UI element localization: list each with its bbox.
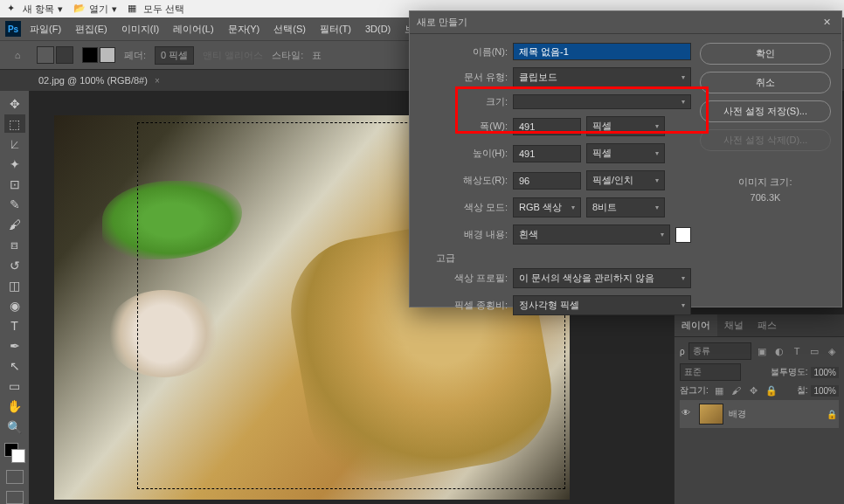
open-button[interactable]: 📂 열기 ▾ (73, 3, 117, 16)
fg-swatch[interactable] (82, 47, 98, 63)
lock-pixels-icon[interactable]: 🖌 (730, 384, 744, 397)
menu-filter[interactable]: 필터(T) (315, 20, 356, 38)
visibility-icon[interactable]: 👁 (681, 408, 694, 420)
open-label: 열기 (89, 3, 108, 16)
pixel-aspect-select[interactable]: 정사각형 픽셀 (513, 295, 691, 315)
menu-image[interactable]: 이미지(I) (116, 20, 164, 38)
antialias-label: 앤티 앨리어스 (203, 49, 263, 62)
gradient-tool[interactable]: ◫ (4, 276, 25, 294)
magic-wand-tool[interactable]: ✦ (4, 155, 25, 173)
clone-tool[interactable]: ⧈ (4, 236, 25, 254)
fill-value[interactable]: 100% (811, 385, 839, 397)
lock-position-icon[interactable]: ✥ (747, 384, 761, 397)
new-item-label: 새 항목 (23, 3, 54, 16)
delete-preset-button: 사전 설정 삭제(D)... (700, 129, 831, 151)
layer-name[interactable]: 배경 (729, 408, 746, 420)
filter-adjust-icon[interactable]: ◐ (772, 345, 786, 357)
layer-thumbnail[interactable] (699, 404, 723, 425)
quick-mask-toggle[interactable] (6, 470, 24, 483)
ok-button[interactable]: 확인 (700, 43, 831, 65)
style-label: 스타일: (272, 49, 303, 62)
feather-value[interactable]: 0 픽셀 (155, 46, 194, 65)
brush-tool[interactable]: 🖌 (4, 216, 25, 234)
marquee-mode-new[interactable] (37, 46, 54, 64)
color-mode-label: 색상 모드: (420, 201, 508, 214)
name-input[interactable] (513, 43, 691, 60)
toolbox: ✥ ⬚ ⟀ ✦ ⊡ ✎ 🖌 ⧈ ↺ ◫ ◉ T ✒ ↖ ▭ ✋ 🔍 (0, 91, 30, 504)
size-select[interactable] (513, 94, 691, 109)
layer-row-background[interactable]: 👁 배경 🔒 (680, 400, 839, 428)
new-document-dialog: 새로 만들기 ✕ 이름(N): 문서 유형: 클립보드 크기: 폭(W): 픽셀 (409, 10, 842, 307)
layer-kind-filter[interactable]: 종류 (688, 342, 751, 360)
lock-transparency-icon[interactable]: ▦ (712, 384, 726, 397)
name-label: 이름(N): (420, 45, 508, 59)
save-preset-button[interactable]: 사전 설정 저장(S)... (700, 100, 831, 122)
opacity-value[interactable]: 100% (811, 367, 839, 378)
blend-mode-select[interactable]: 표준 (680, 363, 741, 381)
height-unit-select[interactable]: 픽셀 (586, 143, 665, 163)
eyedropper-tool[interactable]: ✎ (4, 196, 25, 214)
bit-depth-select[interactable]: 8비트 (586, 197, 665, 217)
filter-shape-icon[interactable]: ▭ (807, 345, 821, 357)
menu-select[interactable]: 선택(S) (268, 20, 311, 38)
tab-close-icon[interactable]: × (155, 76, 160, 86)
crop-tool[interactable]: ⊡ (4, 176, 25, 194)
path-tool[interactable]: ↖ (4, 357, 25, 376)
cancel-button[interactable]: 취소 (700, 72, 831, 93)
lock-label: 잠그기: (680, 384, 709, 397)
resolution-input[interactable] (513, 172, 581, 190)
menu-layer[interactable]: 레이어(L) (168, 20, 218, 38)
image-size-label: 이미지 크기: (700, 176, 831, 189)
filter-smart-icon[interactable]: ◈ (825, 345, 839, 357)
home-icon[interactable]: ⌂ (7, 46, 28, 64)
open-icon: 📂 (73, 3, 86, 15)
pen-tool[interactable]: ✒ (4, 337, 25, 356)
lasso-tool[interactable]: ⟀ (4, 135, 25, 153)
tab-title: 02.jpg @ 100% (RGB/8#) (38, 75, 148, 86)
shape-tool[interactable]: ▭ (4, 377, 25, 396)
style-value[interactable]: 표 (312, 49, 322, 62)
type-tool[interactable]: T (4, 316, 25, 335)
select-all-button[interactable]: ▦ 모두 선택 (128, 3, 184, 16)
doc-type-label: 문서 유형: (420, 71, 508, 84)
zoom-tool[interactable]: 🔍 (4, 418, 25, 436)
resolution-unit-select[interactable]: 픽셀/인치 (586, 170, 665, 190)
height-label: 높이(H): (420, 147, 508, 160)
menu-edit[interactable]: 편집(E) (70, 20, 113, 38)
history-brush-tool[interactable]: ↺ (4, 256, 25, 274)
opacity-label: 불투명도: (771, 366, 808, 378)
marquee-mode-add[interactable] (56, 46, 73, 64)
fg-bg-swatches[interactable] (4, 443, 25, 463)
bg-content-select[interactable]: 흰색 (513, 224, 670, 245)
image-size-value: 706.3K (700, 192, 831, 203)
width-unit-select[interactable]: 픽셀 (586, 116, 665, 136)
move-tool[interactable]: ✥ (4, 94, 25, 113)
new-icon: ✦ (7, 3, 19, 15)
height-input[interactable] (513, 145, 581, 162)
hand-tool[interactable]: ✋ (4, 397, 25, 416)
menu-3d[interactable]: 3D(D) (360, 21, 396, 37)
new-item-button[interactable]: ✦ 새 항목 ▾ (7, 3, 63, 16)
filter-type-icon[interactable]: T (790, 345, 804, 357)
advanced-label[interactable]: 고급 (436, 252, 691, 265)
doc-type-select[interactable]: 클립보드 (513, 67, 691, 87)
bg-color-swatch[interactable] (675, 227, 691, 243)
blur-tool[interactable]: ◉ (4, 296, 25, 314)
width-input[interactable] (513, 118, 581, 135)
fill-label: 칠: (797, 384, 808, 397)
select-all-icon: ▦ (128, 3, 140, 15)
screen-mode-toggle[interactable] (6, 491, 24, 504)
feather-label: 페더: (124, 49, 146, 62)
menu-file[interactable]: 파일(F) (24, 20, 66, 38)
marquee-tool[interactable]: ⬚ (4, 114, 25, 133)
bg-swatch[interactable] (100, 47, 115, 63)
lock-all-icon[interactable]: 🔒 (764, 384, 778, 397)
close-icon[interactable]: ✕ (819, 15, 834, 31)
color-mode-select[interactable]: RGB 색상 (513, 197, 581, 217)
menu-text[interactable]: 문자(Y) (223, 20, 266, 38)
background-swatch[interactable] (11, 449, 25, 463)
document-tab[interactable]: 02.jpg @ 100% (RGB/8#) × (30, 72, 169, 89)
color-profile-select[interactable]: 이 문서의 색상을 관리하지 않음 (513, 268, 691, 288)
filter-image-icon[interactable]: ▣ (755, 345, 769, 357)
pixel-aspect-label: 픽셀 종횡비: (420, 299, 508, 312)
